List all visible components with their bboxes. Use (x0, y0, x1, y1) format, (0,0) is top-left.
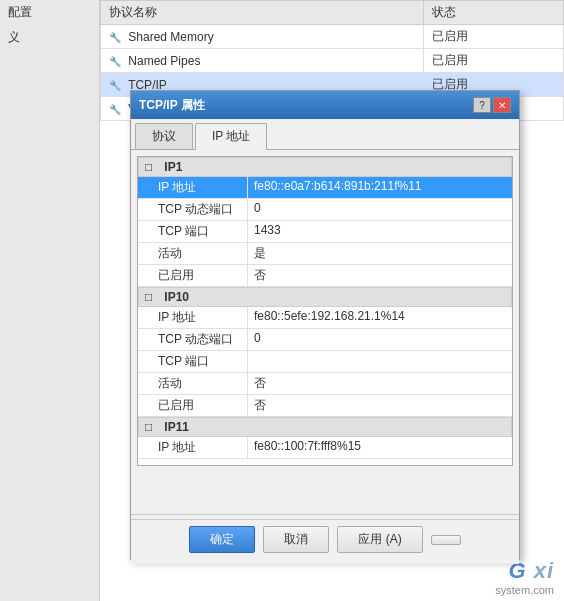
prop-row-ip1-address[interactable]: IP 地址 fe80::e0a7:b614:891b:211f%11 (138, 177, 512, 199)
tcpip-dialog: TCP/IP 属性 ? ✕ 协议 IP 地址 □ IP1 IP 地址 fe80:… (130, 90, 520, 560)
prop-name: IP 地址 (138, 177, 248, 198)
prop-name: 已启用 (138, 265, 248, 286)
properties-scroll[interactable]: □ IP1 IP 地址 fe80::e0a7:b614:891b:211f%11… (137, 156, 513, 466)
table-row[interactable]: 🔧 Shared Memory 已启用 (101, 25, 564, 49)
protocol-icon: 🔧 (109, 32, 121, 43)
prop-name: 活动 (138, 243, 248, 264)
section-ip11[interactable]: □ IP11 (138, 417, 512, 437)
toggle-ip1: □ (145, 160, 157, 174)
prop-name: TCP 动态端口 (138, 199, 248, 220)
protocol-name-named-pipes: 🔧 Named Pipes (101, 49, 424, 73)
prop-row-ip1-active[interactable]: 活动 是 (138, 243, 512, 265)
col-header-status: 状态 (423, 1, 563, 25)
prop-row-ip11-address[interactable]: IP 地址 fe80::100:7f:fff8%15 (138, 437, 512, 459)
dialog-controls: ? ✕ (473, 97, 511, 113)
protocol-icon: 🔧 (109, 56, 121, 67)
prop-row-ip10-port[interactable]: TCP 端口 (138, 351, 512, 373)
dialog-title: TCP/IP 属性 (139, 97, 205, 114)
prop-row-ip10-address[interactable]: IP 地址 fe80::5efe:192.168.21.1%14 (138, 307, 512, 329)
cancel-button[interactable]: 取消 (263, 526, 329, 553)
prop-name: 活动 (138, 373, 248, 394)
sidebar-item-yi[interactable]: 义 (0, 25, 99, 50)
prop-name: TCP 端口 (138, 351, 248, 372)
prop-value: 1433 (248, 221, 512, 242)
prop-name: TCP 端口 (138, 221, 248, 242)
protocol-status: 已启用 (423, 49, 563, 73)
tab-protocol[interactable]: 协议 (135, 123, 193, 149)
prop-value: 否 (248, 265, 512, 286)
prop-name: TCP 动态端口 (138, 329, 248, 350)
tab-bar: 协议 IP 地址 (131, 119, 519, 150)
close-button[interactable]: ✕ (493, 97, 511, 113)
protocol-name-shared-memory: 🔧 Shared Memory (101, 25, 424, 49)
section-ip1[interactable]: □ IP1 (138, 157, 512, 177)
prop-value: 否 (248, 395, 512, 416)
sidebar: 配置 义 (0, 0, 100, 601)
prop-name: IP 地址 (138, 437, 248, 458)
tab-ip-address[interactable]: IP 地址 (195, 123, 267, 150)
prop-value: 否 (248, 373, 512, 394)
prop-row-ip1-dynamic[interactable]: TCP 动态端口 0 (138, 199, 512, 221)
prop-value: 0 (248, 329, 512, 350)
toggle-ip10: □ (145, 290, 157, 304)
confirm-button[interactable]: 确定 (189, 526, 255, 553)
gxi-site-text: system.com (495, 584, 554, 596)
protocol-icon: 🔧 (109, 104, 121, 115)
col-header-name: 协议名称 (101, 1, 424, 25)
prop-name: IP 地址 (138, 307, 248, 328)
toggle-ip11: □ (145, 420, 157, 434)
prop-row-ip10-dynamic[interactable]: TCP 动态端口 0 (138, 329, 512, 351)
prop-value: 是 (248, 243, 512, 264)
protocol-status: 已启用 (423, 25, 563, 49)
prop-value: 0 (248, 199, 512, 220)
help-dialog-button[interactable] (431, 535, 461, 545)
section-ip10[interactable]: □ IP10 (138, 287, 512, 307)
prop-row-ip10-enabled[interactable]: 已启用 否 (138, 395, 512, 417)
table-row[interactable]: 🔧 Named Pipes 已启用 (101, 49, 564, 73)
prop-value (248, 351, 512, 372)
prop-value: fe80::e0a7:b614:891b:211f%11 (248, 177, 512, 198)
help-button[interactable]: ? (473, 97, 491, 113)
protocol-icon: 🔧 (109, 80, 121, 91)
dialog-titlebar: TCP/IP 属性 ? ✕ (131, 91, 519, 119)
prop-value: fe80::100:7f:fff8%15 (248, 437, 512, 458)
prop-row-ip10-active[interactable]: 活动 否 (138, 373, 512, 395)
prop-name: 已启用 (138, 395, 248, 416)
dialog-content: □ IP1 IP 地址 fe80::e0a7:b614:891b:211f%11… (131, 150, 519, 514)
dialog-footer: 确定 取消 应用 (A) (131, 519, 519, 559)
sidebar-item-config[interactable]: 配置 (0, 0, 99, 25)
background-panel: 配置 义 协议名称 状态 🔧 Shared Memory 已启用 (0, 0, 564, 601)
apply-button[interactable]: 应用 (A) (337, 526, 422, 553)
prop-row-ip1-port[interactable]: TCP 端口 1433 (138, 221, 512, 243)
prop-row-ip1-enabled[interactable]: 已启用 否 (138, 265, 512, 287)
prop-value: fe80::5efe:192.168.21.1%14 (248, 307, 512, 328)
